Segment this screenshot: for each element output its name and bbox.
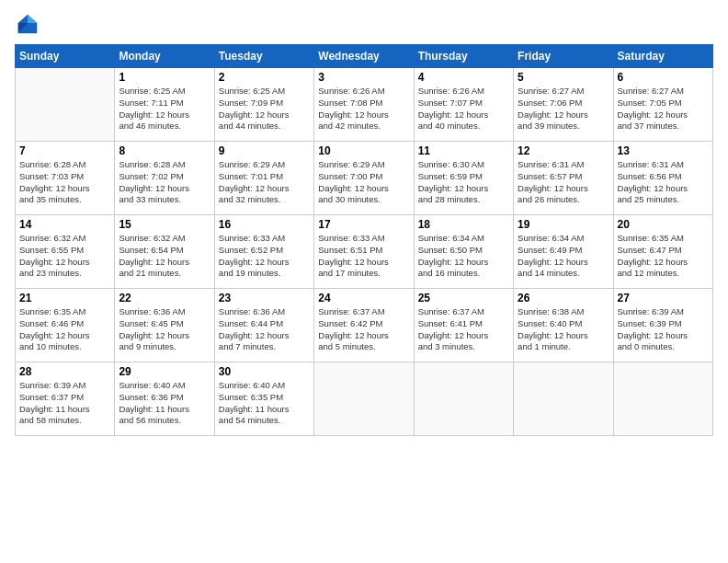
calendar-cell: 28Sunrise: 6:39 AMSunset: 6:37 PMDayligh…: [16, 362, 115, 436]
day-info: Sunrise: 6:33 AMSunset: 6:51 PMDaylight:…: [318, 233, 409, 280]
weekday-header-tuesday: Tuesday: [214, 45, 313, 68]
day-info: Sunrise: 6:35 AMSunset: 6:47 PMDaylight:…: [618, 233, 709, 280]
day-info: Sunrise: 6:34 AMSunset: 6:49 PMDaylight:…: [518, 233, 609, 280]
calendar-cell: 19Sunrise: 6:34 AMSunset: 6:49 PMDayligh…: [514, 215, 613, 289]
day-number: 30: [219, 365, 310, 378]
calendar-cell: 18Sunrise: 6:34 AMSunset: 6:50 PMDayligh…: [414, 215, 513, 289]
calendar-cell: 6Sunrise: 6:27 AMSunset: 7:05 PMDaylight…: [613, 68, 712, 142]
weekday-header-thursday: Thursday: [414, 45, 513, 68]
calendar-cell: 7Sunrise: 6:28 AMSunset: 7:03 PMDaylight…: [16, 142, 115, 215]
weekday-header-row: SundayMondayTuesdayWednesdayThursdayFrid…: [16, 45, 713, 68]
day-number: 7: [19, 144, 110, 157]
day-number: 12: [518, 144, 609, 157]
day-info: Sunrise: 6:28 AMSunset: 7:02 PMDaylight:…: [119, 159, 210, 206]
calendar-cell: 13Sunrise: 6:31 AMSunset: 6:56 PMDayligh…: [613, 142, 712, 215]
calendar-cell: [514, 362, 613, 436]
day-number: 27: [618, 292, 709, 304]
weekday-header-wednesday: Wednesday: [314, 45, 414, 68]
day-info: Sunrise: 6:40 AMSunset: 6:36 PMDaylight:…: [119, 380, 210, 427]
day-number: 28: [19, 365, 110, 378]
day-info: Sunrise: 6:27 AMSunset: 7:05 PMDaylight:…: [618, 86, 709, 132]
day-number: 5: [518, 71, 609, 84]
day-number: 6: [618, 71, 709, 84]
calendar-cell: 25Sunrise: 6:37 AMSunset: 6:41 PMDayligh…: [414, 289, 513, 362]
day-number: 4: [418, 71, 509, 84]
day-number: 20: [618, 218, 709, 231]
day-number: 29: [119, 365, 210, 378]
main-container: SundayMondayTuesdayWednesdayThursdayFrid…: [0, 0, 728, 443]
day-number: 15: [119, 218, 210, 231]
calendar-cell: [414, 362, 513, 436]
calendar-cell: 5Sunrise: 6:27 AMSunset: 7:06 PMDaylight…: [514, 68, 613, 142]
day-info: Sunrise: 6:33 AMSunset: 6:52 PMDaylight:…: [219, 233, 310, 280]
day-number: 19: [518, 218, 609, 231]
calendar-cell: 16Sunrise: 6:33 AMSunset: 6:52 PMDayligh…: [214, 215, 313, 289]
calendar-cell: 24Sunrise: 6:37 AMSunset: 6:42 PMDayligh…: [314, 289, 414, 362]
day-number: 21: [19, 292, 110, 304]
day-number: 3: [318, 71, 409, 84]
day-number: 11: [418, 144, 509, 157]
day-number: 1: [119, 71, 210, 84]
calendar-cell: 14Sunrise: 6:32 AMSunset: 6:55 PMDayligh…: [16, 215, 115, 289]
day-info: Sunrise: 6:28 AMSunset: 7:03 PMDaylight:…: [19, 159, 110, 206]
week-row-1: 7Sunrise: 6:28 AMSunset: 7:03 PMDaylight…: [16, 142, 713, 215]
day-info: Sunrise: 6:37 AMSunset: 6:42 PMDaylight:…: [318, 306, 409, 353]
day-number: 22: [119, 292, 210, 304]
day-info: Sunrise: 6:37 AMSunset: 6:41 PMDaylight:…: [418, 306, 509, 353]
calendar-cell: 21Sunrise: 6:35 AMSunset: 6:46 PMDayligh…: [16, 289, 115, 362]
day-number: 9: [219, 144, 310, 157]
day-info: Sunrise: 6:31 AMSunset: 6:56 PMDaylight:…: [618, 159, 709, 206]
calendar-cell: 17Sunrise: 6:33 AMSunset: 6:51 PMDayligh…: [314, 215, 414, 289]
day-info: Sunrise: 6:29 AMSunset: 7:00 PMDaylight:…: [318, 159, 409, 206]
day-info: Sunrise: 6:25 AMSunset: 7:11 PMDaylight:…: [119, 86, 210, 132]
calendar-cell: 30Sunrise: 6:40 AMSunset: 6:35 PMDayligh…: [214, 362, 313, 436]
day-number: 17: [318, 218, 409, 231]
week-row-2: 14Sunrise: 6:32 AMSunset: 6:55 PMDayligh…: [16, 215, 713, 289]
week-row-3: 21Sunrise: 6:35 AMSunset: 6:46 PMDayligh…: [16, 289, 713, 362]
logo-icon: [15, 11, 40, 37]
day-number: 13: [618, 144, 709, 157]
day-number: 10: [318, 144, 409, 157]
calendar-cell: 1Sunrise: 6:25 AMSunset: 7:11 PMDaylight…: [115, 68, 214, 142]
day-info: Sunrise: 6:39 AMSunset: 6:39 PMDaylight:…: [618, 306, 709, 353]
day-number: 18: [418, 218, 509, 231]
calendar-cell: [314, 362, 414, 436]
day-number: 16: [219, 218, 310, 231]
day-info: Sunrise: 6:31 AMSunset: 6:57 PMDaylight:…: [518, 159, 609, 206]
calendar-cell: 2Sunrise: 6:25 AMSunset: 7:09 PMDaylight…: [214, 68, 313, 142]
day-info: Sunrise: 6:27 AMSunset: 7:06 PMDaylight:…: [518, 86, 609, 132]
day-number: 25: [418, 292, 509, 304]
svg-marker-1: [28, 15, 37, 23]
weekday-header-sunday: Sunday: [16, 45, 115, 68]
day-number: 8: [119, 144, 210, 157]
calendar-cell: 8Sunrise: 6:28 AMSunset: 7:02 PMDaylight…: [115, 142, 214, 215]
day-info: Sunrise: 6:32 AMSunset: 6:54 PMDaylight:…: [119, 233, 210, 280]
calendar-cell: 29Sunrise: 6:40 AMSunset: 6:36 PMDayligh…: [115, 362, 214, 436]
day-info: Sunrise: 6:36 AMSunset: 6:45 PMDaylight:…: [119, 306, 210, 353]
calendar-cell: 4Sunrise: 6:26 AMSunset: 7:07 PMDaylight…: [414, 68, 513, 142]
calendar-cell: 10Sunrise: 6:29 AMSunset: 7:00 PMDayligh…: [314, 142, 414, 215]
calendar-cell: 23Sunrise: 6:36 AMSunset: 6:44 PMDayligh…: [214, 289, 313, 362]
week-row-4: 28Sunrise: 6:39 AMSunset: 6:37 PMDayligh…: [16, 362, 713, 436]
calendar-cell: [613, 362, 712, 436]
calendar-cell: 3Sunrise: 6:26 AMSunset: 7:08 PMDaylight…: [314, 68, 414, 142]
day-info: Sunrise: 6:26 AMSunset: 7:08 PMDaylight:…: [318, 86, 409, 132]
weekday-header-monday: Monday: [115, 45, 214, 68]
weekday-header-saturday: Saturday: [613, 45, 712, 68]
day-info: Sunrise: 6:26 AMSunset: 7:07 PMDaylight:…: [418, 86, 509, 132]
calendar-cell: 15Sunrise: 6:32 AMSunset: 6:54 PMDayligh…: [115, 215, 214, 289]
day-info: Sunrise: 6:29 AMSunset: 7:01 PMDaylight:…: [219, 159, 310, 206]
calendar-cell: 27Sunrise: 6:39 AMSunset: 6:39 PMDayligh…: [613, 289, 712, 362]
calendar-cell: 22Sunrise: 6:36 AMSunset: 6:45 PMDayligh…: [115, 289, 214, 362]
calendar-cell: 11Sunrise: 6:30 AMSunset: 6:59 PMDayligh…: [414, 142, 513, 215]
header: [15, 11, 713, 37]
logo: [15, 11, 44, 37]
day-number: 2: [219, 71, 310, 84]
day-info: Sunrise: 6:30 AMSunset: 6:59 PMDaylight:…: [418, 159, 509, 206]
day-info: Sunrise: 6:32 AMSunset: 6:55 PMDaylight:…: [19, 233, 110, 280]
calendar-cell: 12Sunrise: 6:31 AMSunset: 6:57 PMDayligh…: [514, 142, 613, 215]
day-info: Sunrise: 6:35 AMSunset: 6:46 PMDaylight:…: [19, 306, 110, 353]
day-info: Sunrise: 6:36 AMSunset: 6:44 PMDaylight:…: [219, 306, 310, 353]
calendar-cell: [16, 68, 115, 142]
day-info: Sunrise: 6:38 AMSunset: 6:40 PMDaylight:…: [518, 306, 609, 353]
